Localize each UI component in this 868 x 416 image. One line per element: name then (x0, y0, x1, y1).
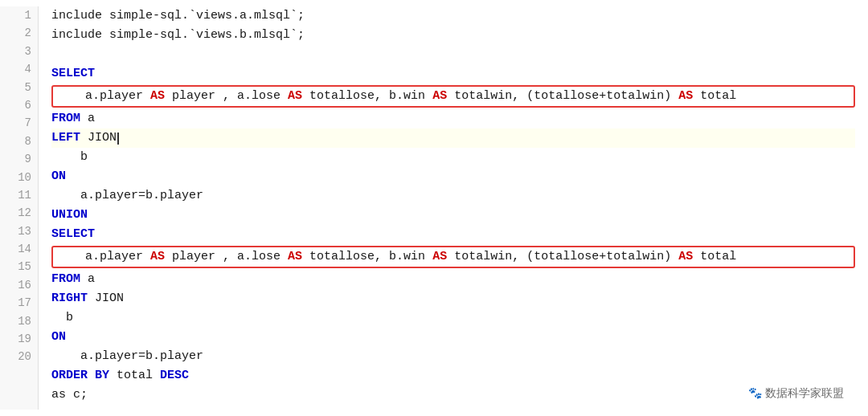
code-token: AS (432, 87, 447, 106)
text-cursor (117, 133, 119, 145)
code-line: b (51, 308, 855, 328)
code-token: SELECT (51, 225, 95, 244)
code-token: total (693, 87, 736, 106)
code-line: a.player=b.player (51, 347, 855, 366)
code-token: UNION (51, 206, 88, 225)
code-line: SELECT (51, 64, 855, 84)
code-token: JION (80, 128, 117, 148)
line-numbers: 1234567891011121314151617181920 (0, 6, 39, 410)
code-line: RIGHT JION (51, 289, 855, 308)
code-token: as (51, 385, 66, 405)
code-token: ; (297, 6, 305, 26)
code-token: totallose, b.win (302, 87, 432, 106)
code-token: AS (678, 87, 693, 106)
code-line: as c; (51, 385, 855, 405)
code-line: UNION (51, 206, 855, 225)
code-token: total (693, 247, 736, 267)
code-token: `views.a.mlsql` (189, 6, 297, 26)
code-line: include simple-sql.`views.b.mlsql`; (51, 26, 855, 45)
code-line: ON (51, 328, 855, 347)
code-editor: 1234567891011121314151617181920 include … (0, 0, 868, 416)
code-line (51, 45, 855, 64)
code-line: FROM a (51, 109, 855, 128)
line-number: 13 (6, 222, 31, 240)
code-line: SELECT (51, 225, 855, 244)
line-number: 20 (6, 348, 31, 365)
code-token: AS (288, 87, 302, 106)
code-token: AS (288, 247, 302, 267)
code-token: player , a.lose (165, 87, 288, 106)
line-number: 12 (6, 204, 31, 222)
line-number: 11 (6, 186, 31, 204)
code-token: FROM (51, 270, 80, 289)
code-token: include simple-sql. (51, 26, 189, 45)
code-token: JION (88, 289, 124, 308)
code-token: AS (432, 247, 447, 267)
line-number: 7 (6, 114, 31, 132)
line-number: 4 (6, 60, 31, 78)
code-token: c; (66, 385, 88, 405)
code-token: totallose, b.win (302, 247, 432, 267)
code-token: total (109, 366, 160, 385)
code-token: a.player=b.player (51, 347, 203, 366)
line-number: 19 (6, 330, 31, 348)
code-line: FROM a (51, 270, 855, 289)
code-token: a.player (56, 247, 150, 267)
line-number: 15 (6, 258, 31, 275)
code-token: DESC (160, 366, 189, 385)
code-token: a.player (56, 87, 150, 106)
code-token: AS (150, 247, 165, 267)
line-number: 14 (6, 240, 31, 258)
code-token: b (51, 148, 88, 167)
red-box-group-1: a.player AS player , a.lose AS totallose… (51, 85, 855, 108)
line-number: 9 (6, 150, 31, 168)
line-number: 18 (6, 312, 31, 330)
code-token: a (80, 270, 95, 289)
code-token: SELECT (51, 64, 95, 84)
line-number: 2 (6, 24, 31, 42)
code-line: ORDER BY total DESC (51, 366, 855, 385)
code-token: ; (297, 26, 305, 45)
line-number: 10 (6, 169, 31, 186)
code-token: totalwin, (totallose+totalwin) (447, 87, 678, 106)
code-token: FROM (51, 109, 80, 128)
code-token: ON (51, 328, 66, 347)
code-token: AS (678, 247, 693, 267)
code-token: a (80, 109, 95, 128)
code-token: AS (150, 87, 165, 106)
line-number: 6 (6, 96, 31, 114)
code-line: b (51, 148, 855, 167)
code-token: ON (51, 167, 66, 186)
code-line: ON (51, 167, 855, 186)
code-line: a.player AS player , a.lose AS totallose… (53, 247, 854, 267)
code-token: LEFT (51, 128, 80, 148)
code-token: `views.b.mlsql` (189, 26, 297, 45)
code-token: player , a.lose (165, 247, 288, 267)
line-number: 16 (6, 276, 31, 294)
watermark-text: 数据科学家联盟 (765, 384, 844, 402)
code-token: totalwin, (totallose+totalwin) (447, 247, 678, 267)
line-number: 3 (6, 43, 31, 60)
watermark-icon: 🐾 (748, 384, 762, 402)
line-number: 8 (6, 133, 31, 150)
code-token: ORDER BY (51, 366, 109, 385)
code-token: RIGHT (51, 289, 88, 308)
code-token: b (51, 308, 73, 328)
line-number: 5 (6, 79, 31, 96)
code-token: include simple-sql. (51, 6, 189, 26)
line-number: 17 (6, 294, 31, 312)
code-content: include simple-sql.`views.a.mlsql`;inclu… (39, 6, 868, 410)
code-line: a.player=b.player (51, 186, 855, 206)
code-line: include simple-sql.`views.a.mlsql`; (51, 6, 855, 26)
line-number: 1 (6, 6, 31, 24)
code-line: LEFT JION (51, 128, 855, 148)
code-token: a.player=b.player (51, 186, 203, 206)
code-line: a.player AS player , a.lose AS totallose… (53, 87, 854, 106)
red-box-group-2: a.player AS player , a.lose AS totallose… (51, 246, 855, 268)
watermark: 🐾 数据科学家联盟 (748, 384, 844, 402)
